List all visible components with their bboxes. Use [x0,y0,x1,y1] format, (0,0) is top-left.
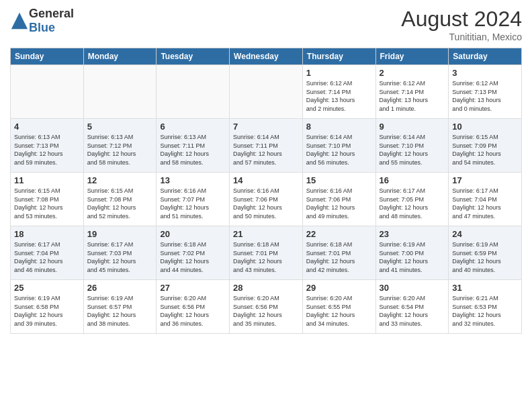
day-info: Sunrise: 6:18 AM Sunset: 7:01 PM Dayligh… [233,240,299,274]
day-info: Sunrise: 6:16 AM Sunset: 7:06 PM Dayligh… [306,187,372,220]
week-row-1: 4Sunrise: 6:13 AM Sunset: 7:13 PM Daylig… [11,119,522,173]
day-info: Sunrise: 6:18 AM Sunset: 7:01 PM Dayligh… [306,240,372,274]
col-thursday: Thursday [302,48,375,65]
day-info: Sunrise: 6:20 AM Sunset: 6:56 PM Dayligh… [160,294,226,328]
calendar-cell [230,65,303,119]
day-number: 27 [160,283,226,293]
calendar-cell: 5Sunrise: 6:13 AM Sunset: 7:12 PM Daylig… [83,119,157,173]
day-number: 9 [380,122,445,132]
week-row-2: 11Sunrise: 6:15 AM Sunset: 7:08 PM Dayli… [11,173,522,226]
calendar-cell: 10Sunrise: 6:15 AM Sunset: 7:09 PM Dayli… [449,119,522,173]
day-info: Sunrise: 6:12 AM Sunset: 7:14 PM Dayligh… [380,79,445,113]
day-number: 23 [380,229,445,239]
day-info: Sunrise: 6:16 AM Sunset: 7:06 PM Dayligh… [233,187,299,220]
page-header: General Blue August 2024 Tunititian, Mex… [10,7,522,42]
page-container: General Blue August 2024 Tunititian, Mex… [0,0,532,411]
location: Tunititian, Mexico [401,32,522,42]
day-info: Sunrise: 6:12 AM Sunset: 7:14 PM Dayligh… [306,79,372,113]
day-info: Sunrise: 6:14 AM Sunset: 7:10 PM Dayligh… [306,133,372,167]
logo: General Blue [10,7,74,35]
day-info: Sunrise: 6:20 AM Sunset: 6:56 PM Dayligh… [233,294,299,328]
day-info: Sunrise: 6:19 AM Sunset: 6:58 PM Dayligh… [14,294,80,328]
svg-marker-0 [11,13,28,29]
calendar-cell: 2Sunrise: 6:12 AM Sunset: 7:14 PM Daylig… [375,65,449,119]
calendar-table: Sunday Monday Tuesday Wednesday Thursday… [10,48,522,334]
day-number: 12 [87,175,153,185]
calendar-cell: 24Sunrise: 6:19 AM Sunset: 6:59 PM Dayli… [449,226,522,280]
calendar-cell: 23Sunrise: 6:19 AM Sunset: 7:00 PM Dayli… [375,226,449,280]
calendar-cell: 4Sunrise: 6:13 AM Sunset: 7:13 PM Daylig… [11,119,84,173]
logo-text: General Blue [29,7,74,35]
day-info: Sunrise: 6:19 AM Sunset: 7:00 PM Dayligh… [380,240,445,274]
day-number: 13 [160,175,226,185]
calendar-cell: 15Sunrise: 6:16 AM Sunset: 7:06 PM Dayli… [302,173,375,226]
day-info: Sunrise: 6:17 AM Sunset: 7:04 PM Dayligh… [14,240,80,274]
week-row-0: 1Sunrise: 6:12 AM Sunset: 7:14 PM Daylig… [11,65,522,119]
day-info: Sunrise: 6:16 AM Sunset: 7:07 PM Dayligh… [160,187,226,220]
day-info: Sunrise: 6:13 AM Sunset: 7:11 PM Dayligh… [160,133,226,167]
logo-blue: Blue [29,21,74,35]
day-number: 2 [380,68,445,78]
month-title: August 2024 [401,7,522,32]
calendar-cell [83,65,157,119]
header-row: Sunday Monday Tuesday Wednesday Thursday… [11,48,522,65]
calendar-cell: 3Sunrise: 6:12 AM Sunset: 7:13 PM Daylig… [449,65,522,119]
col-monday: Monday [83,48,157,65]
calendar-cell: 1Sunrise: 6:12 AM Sunset: 7:14 PM Daylig… [302,65,375,119]
day-info: Sunrise: 6:17 AM Sunset: 7:04 PM Dayligh… [452,187,518,220]
calendar-cell: 31Sunrise: 6:21 AM Sunset: 6:53 PM Dayli… [449,280,522,334]
day-number: 30 [380,283,445,293]
day-number: 16 [380,175,445,185]
col-wednesday: Wednesday [230,48,303,65]
calendar-cell: 6Sunrise: 6:13 AM Sunset: 7:11 PM Daylig… [157,119,230,173]
calendar-cell: 29Sunrise: 6:20 AM Sunset: 6:55 PM Dayli… [302,280,375,334]
day-info: Sunrise: 6:19 AM Sunset: 6:57 PM Dayligh… [87,294,153,328]
col-tuesday: Tuesday [157,48,230,65]
day-number: 17 [452,175,518,185]
day-number: 22 [306,229,372,239]
day-number: 19 [87,229,153,239]
day-number: 24 [452,229,518,239]
day-number: 28 [233,283,299,293]
day-number: 8 [306,122,372,132]
day-number: 5 [87,122,153,132]
day-info: Sunrise: 6:15 AM Sunset: 7:08 PM Dayligh… [87,187,153,220]
day-info: Sunrise: 6:21 AM Sunset: 6:53 PM Dayligh… [452,294,518,328]
day-info: Sunrise: 6:13 AM Sunset: 7:13 PM Dayligh… [14,133,80,167]
day-number: 21 [233,229,299,239]
day-info: Sunrise: 6:15 AM Sunset: 7:08 PM Dayligh… [14,187,80,220]
calendar-cell: 9Sunrise: 6:14 AM Sunset: 7:10 PM Daylig… [375,119,449,173]
day-number: 7 [233,122,299,132]
calendar-cell: 11Sunrise: 6:15 AM Sunset: 7:08 PM Dayli… [11,173,84,226]
week-row-4: 25Sunrise: 6:19 AM Sunset: 6:58 PM Dayli… [11,280,522,334]
day-number: 14 [233,175,299,185]
day-info: Sunrise: 6:17 AM Sunset: 7:05 PM Dayligh… [380,187,445,220]
day-info: Sunrise: 6:20 AM Sunset: 6:55 PM Dayligh… [306,294,372,328]
day-number: 3 [452,68,518,78]
day-number: 11 [14,175,80,185]
day-info: Sunrise: 6:17 AM Sunset: 7:03 PM Dayligh… [87,240,153,274]
day-info: Sunrise: 6:20 AM Sunset: 6:54 PM Dayligh… [380,294,445,328]
calendar-cell: 19Sunrise: 6:17 AM Sunset: 7:03 PM Dayli… [83,226,157,280]
calendar-cell [157,65,230,119]
day-number: 29 [306,283,372,293]
calendar-cell: 13Sunrise: 6:16 AM Sunset: 7:07 PM Dayli… [157,173,230,226]
day-info: Sunrise: 6:14 AM Sunset: 7:11 PM Dayligh… [233,133,299,167]
calendar-cell: 7Sunrise: 6:14 AM Sunset: 7:11 PM Daylig… [230,119,303,173]
day-number: 1 [306,68,372,78]
calendar-cell: 12Sunrise: 6:15 AM Sunset: 7:08 PM Dayli… [83,173,157,226]
day-number: 26 [87,283,153,293]
day-info: Sunrise: 6:13 AM Sunset: 7:12 PM Dayligh… [87,133,153,167]
calendar-cell: 14Sunrise: 6:16 AM Sunset: 7:06 PM Dayli… [230,173,303,226]
day-info: Sunrise: 6:14 AM Sunset: 7:10 PM Dayligh… [380,133,445,167]
col-friday: Friday [375,48,449,65]
day-number: 31 [452,283,518,293]
day-number: 10 [452,122,518,132]
week-row-3: 18Sunrise: 6:17 AM Sunset: 7:04 PM Dayli… [11,226,522,280]
calendar-cell: 27Sunrise: 6:20 AM Sunset: 6:56 PM Dayli… [157,280,230,334]
day-number: 4 [14,122,80,132]
day-number: 18 [14,229,80,239]
calendar-cell: 16Sunrise: 6:17 AM Sunset: 7:05 PM Dayli… [375,173,449,226]
calendar-cell: 20Sunrise: 6:18 AM Sunset: 7:02 PM Dayli… [157,226,230,280]
calendar-cell: 8Sunrise: 6:14 AM Sunset: 7:10 PM Daylig… [302,119,375,173]
